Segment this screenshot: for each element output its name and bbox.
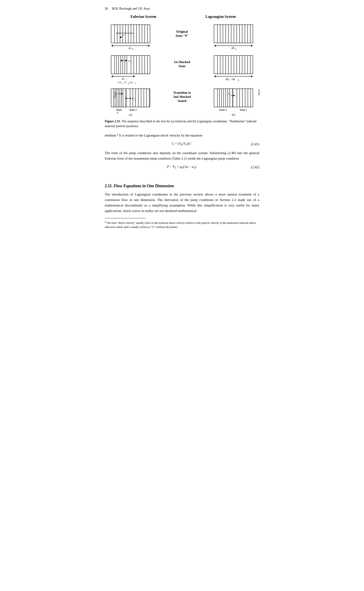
svg-rect-129 bbox=[214, 89, 253, 107]
svg-text:1: 1 bbox=[134, 98, 135, 101]
svg-text:Shock: Shock bbox=[113, 91, 116, 98]
svg-rect-24 bbox=[214, 25, 253, 43]
svg-text:1: 1 bbox=[228, 79, 230, 81]
para1-text: medium.⁴ It is related to the Lagrangian… bbox=[105, 134, 202, 137]
svg-text:1: 1 bbox=[125, 78, 127, 81]
eq241-text: C = (V0/V1)U′. bbox=[172, 142, 192, 147]
svg-text:Δh: Δh bbox=[225, 78, 228, 81]
svg-marker-64 bbox=[111, 75, 113, 77]
svg-text:State: State bbox=[179, 65, 185, 68]
paragraph-medium: medium.⁴ It is related to the Lagrangian… bbox=[105, 133, 259, 138]
svg-text:Stated: Stated bbox=[178, 99, 186, 103]
svg-text:Shock: Shock bbox=[257, 89, 260, 96]
svg-marker-18 bbox=[111, 45, 113, 47]
footnote-divider bbox=[105, 218, 146, 218]
svg-text:= (V: = (V bbox=[117, 81, 122, 84]
svg-text:(a): (a) bbox=[129, 113, 132, 116]
svg-point-117 bbox=[125, 98, 127, 99]
svg-marker-92 bbox=[251, 75, 253, 77]
figure-number: Figure 2.11. bbox=[105, 120, 121, 123]
svg-rect-43 bbox=[111, 56, 150, 74]
svg-text:2: 2 bbox=[117, 111, 118, 114]
svg-marker-119 bbox=[130, 97, 131, 99]
svg-point-58 bbox=[121, 60, 122, 61]
svg-text:= Δh: = Δh bbox=[230, 78, 235, 81]
footnote-text: The term "shock velocity" usually refers… bbox=[105, 221, 256, 229]
svg-text:State 1: State 1 bbox=[240, 108, 247, 111]
eq241-number: (2.41) bbox=[251, 142, 259, 146]
equation-2-42: P − P1 = ρ0C(u − u1). (2.42) bbox=[105, 165, 259, 170]
footnote-sup: 4 bbox=[105, 221, 106, 223]
svg-text:Particle Positions: Particle Positions bbox=[116, 32, 134, 34]
section-heading: 2.11. Flow Equations in One Dimension bbox=[105, 184, 259, 188]
svg-text:State 1: State 1 bbox=[130, 108, 137, 111]
svg-text:(b): (b) bbox=[232, 113, 235, 116]
equation-2-41: C = (V0/V1)U′. (2.41) bbox=[105, 142, 259, 147]
svg-text:Δx: Δx bbox=[121, 77, 125, 80]
page-number: 26 bbox=[105, 7, 108, 10]
footnote: 4 The term "shock velocity" usually refe… bbox=[105, 220, 259, 229]
figure-2-11: Eulerian System Lagrangian System Partic… bbox=[105, 15, 259, 129]
page-number-line: 26 M.B. Boslough and J.R. Asay bbox=[105, 7, 259, 11]
authors: M.B. Boslough and J.R. Asay bbox=[112, 7, 150, 10]
eq242-text: P − P1 = ρ0C(u − u1). bbox=[167, 165, 197, 170]
svg-rect-76 bbox=[214, 56, 253, 74]
eulerian-label: Eulerian System bbox=[130, 15, 156, 19]
svg-marker-40 bbox=[251, 45, 253, 47]
svg-marker-19 bbox=[148, 45, 150, 47]
svg-text:u: u bbox=[132, 97, 134, 100]
lagrangian-label: Lagrangian System bbox=[206, 15, 236, 19]
svg-marker-39 bbox=[214, 45, 216, 47]
svg-text:Transition to: Transition to bbox=[173, 91, 191, 94]
svg-marker-115 bbox=[121, 93, 123, 95]
svg-text:State: State bbox=[116, 108, 122, 111]
svg-marker-91 bbox=[214, 75, 216, 77]
svg-text:Original: Original bbox=[176, 30, 188, 33]
svg-text:2nd Shocked: 2nd Shocked bbox=[173, 95, 191, 98]
figure-caption: Figure 2.11. The sequence described in t… bbox=[105, 119, 259, 129]
svg-text:/ V: / V bbox=[124, 81, 127, 84]
svg-text:Δh: Δh bbox=[231, 46, 234, 50]
svg-text:1: 1 bbox=[122, 82, 123, 84]
svg-text:) Δx: ) Δx bbox=[129, 81, 133, 84]
figure-caption-text: The sequence described in the text for (… bbox=[105, 120, 257, 128]
para3-text: The introduction of Lagrangian coordinat… bbox=[105, 193, 259, 213]
svg-text:0: 0 bbox=[135, 82, 136, 84]
svg-text:State "0": State "0" bbox=[176, 34, 188, 38]
svg-text:C: C bbox=[228, 92, 230, 95]
paragraph-jump: The form of the jump conditions also dep… bbox=[105, 150, 259, 161]
svg-text:1st Shocked: 1st Shocked bbox=[174, 60, 190, 64]
svg-text:0: 0 bbox=[132, 48, 133, 50]
svg-text:u: u bbox=[128, 59, 130, 62]
svg-text:1: 1 bbox=[130, 60, 131, 63]
svg-text:0: 0 bbox=[235, 48, 236, 50]
svg-marker-145 bbox=[234, 95, 235, 97]
paragraph-section: The introduction of Lagrangian coordinat… bbox=[105, 192, 259, 214]
svg-text:Δx: Δx bbox=[128, 46, 131, 50]
eq242-number: (2.42) bbox=[251, 165, 259, 169]
para2-text: The form of the jump conditions also dep… bbox=[105, 151, 259, 160]
figure-svg: Particle Positions Δx 0 Original State "… bbox=[104, 20, 260, 116]
svg-text:0: 0 bbox=[238, 79, 239, 81]
svg-text:State 2: State 2 bbox=[219, 108, 227, 111]
svg-marker-65 bbox=[133, 75, 135, 77]
